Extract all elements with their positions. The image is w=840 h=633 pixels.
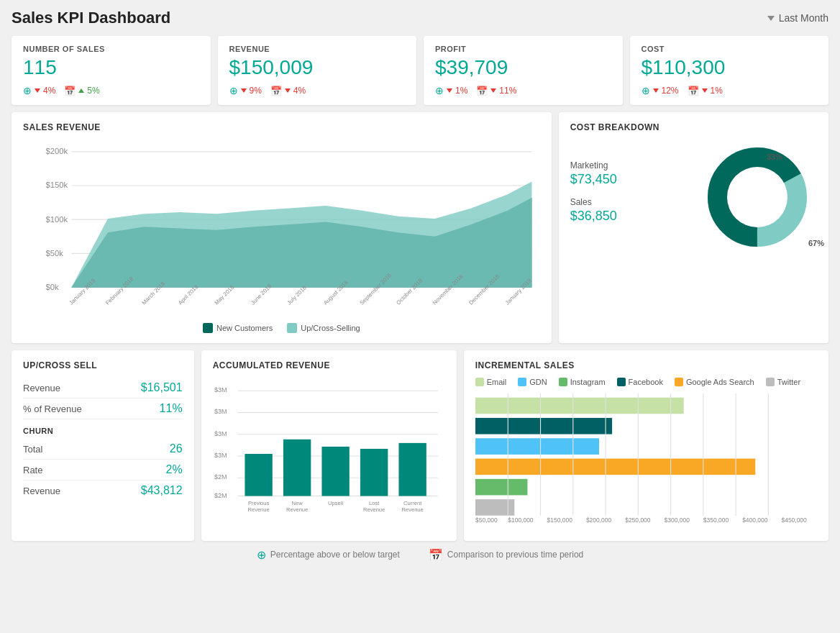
metric1-val-profit: 1% xyxy=(455,86,467,96)
calendar-icon: 📅 xyxy=(429,548,443,562)
svg-text:$3M: $3M xyxy=(214,386,227,393)
legend-new-customers-color xyxy=(203,323,213,333)
incremental-sales-title: INCREMENTAL SALES xyxy=(475,360,817,370)
main-row: SALES REVENUE $200k $150k $100k $50k $0k xyxy=(12,112,828,343)
svg-text:$3M: $3M xyxy=(214,452,227,459)
sales-revenue-card: SALES REVENUE $200k $150k $100k $50k $0k xyxy=(12,112,552,343)
metric1-val-revenue: 9% xyxy=(250,86,262,96)
metric2-val-number-of-sales: 5% xyxy=(87,86,99,96)
target-icon-cost: ⊕ xyxy=(642,85,650,96)
kpi-card-number-of-sales: NUMBER OF SALES 115 ⊕ 4% 📅 5% xyxy=(12,36,211,105)
cost-marketing-value: $73,450 xyxy=(570,172,690,187)
target-icon: ⊕ xyxy=(257,548,266,562)
accumulated-revenue-card: ACCUMULATED REVENUE $3M $3M $3M $3M $2M … xyxy=(201,350,457,541)
churn-rate-label: Rate xyxy=(23,465,42,475)
kpi-label-profit: PROFIT xyxy=(435,45,611,53)
metric1-arrow-revenue xyxy=(241,88,247,93)
cal-icon-profit: 📅 xyxy=(476,86,488,96)
legend-twitter: Twitter xyxy=(766,378,800,386)
upcross-title: UP/CROSS SELL xyxy=(23,360,183,370)
legend-new-customers-label: New Customers xyxy=(216,324,273,332)
cal-icon-number-of-sales: 📅 xyxy=(64,86,76,96)
svg-text:Revenue: Revenue xyxy=(363,506,385,513)
svg-text:Previous: Previous xyxy=(248,500,270,506)
page-header: Sales KPI Dashboard Last Month xyxy=(12,9,828,27)
upcross-pct-label: % of Revenue xyxy=(23,404,82,414)
svg-text:$3M: $3M xyxy=(214,409,227,416)
kpi-metric2-cost: 📅 1% xyxy=(688,85,723,96)
legend-facebook-label: Facebook xyxy=(629,378,663,386)
svg-text:Upsell: Upsell xyxy=(328,500,343,506)
cost-breakdown-title: COST BREAKDOWN xyxy=(570,122,817,132)
filter-dropdown-icon xyxy=(767,16,775,21)
legend-google-ads: Google Ads Search xyxy=(675,378,754,386)
incremental-sales-legend: Email GDN Instagram Facebook Google Ads … xyxy=(475,378,817,386)
legend-email-color xyxy=(475,378,484,386)
svg-text:$300,000: $300,000 xyxy=(664,516,690,524)
sales-revenue-title: SALES REVENUE xyxy=(23,122,540,132)
svg-marker-11 xyxy=(71,181,531,287)
churn-rate-row: Rate 2% xyxy=(23,460,183,481)
churn-revenue-val: $43,812 xyxy=(141,484,183,497)
svg-rect-40 xyxy=(245,454,272,496)
metric2-val-revenue: 4% xyxy=(293,86,306,96)
legend-gdn-color xyxy=(518,378,526,386)
legend-facebook-color xyxy=(617,378,626,386)
cost-sales: Sales $36,850 xyxy=(570,197,690,224)
svg-text:$50,000: $50,000 xyxy=(475,516,498,524)
kpi-value-revenue: $150,009 xyxy=(229,56,406,79)
metric2-arrow-revenue xyxy=(285,88,291,93)
upcross-card: UP/CROSS SELL Revenue $16,501 % of Reven… xyxy=(12,350,194,541)
churn-title: CHURN xyxy=(23,427,183,435)
kpi-card-cost: COST $110,300 ⊕ 12% 📅 1% xyxy=(630,36,829,105)
svg-text:Revenue: Revenue xyxy=(401,506,423,513)
kpi-metrics-cost: ⊕ 12% 📅 1% xyxy=(642,85,818,96)
kpi-metrics-profit: ⊕ 1% 📅 11% xyxy=(435,85,611,96)
legend-google-ads-label: Google Ads Search xyxy=(686,378,754,386)
kpi-label-number-of-sales: NUMBER OF SALES xyxy=(23,45,199,53)
donut-label-67: 67% xyxy=(808,239,824,247)
metric2-arrow-profit xyxy=(490,88,496,93)
kpi-metric2-revenue: 📅 4% xyxy=(270,85,306,96)
kpi-label-cost: COST xyxy=(642,45,818,53)
churn-total-label: Total xyxy=(23,444,42,455)
metric2-val-profit: 11% xyxy=(499,86,516,96)
churn-revenue-label: Revenue xyxy=(23,486,60,496)
kpi-row: NUMBER OF SALES 115 ⊕ 4% 📅 5% REVENUE $1… xyxy=(12,36,828,105)
svg-rect-41 xyxy=(283,440,311,496)
filter-button[interactable]: Last Month xyxy=(767,12,828,24)
legend-upcross-color xyxy=(287,323,297,333)
svg-text:Lost: Lost xyxy=(369,500,380,506)
cal-icon-cost: 📅 xyxy=(688,86,699,96)
svg-text:$200k: $200k xyxy=(45,147,68,155)
svg-text:New: New xyxy=(291,500,303,506)
svg-text:$400,000: $400,000 xyxy=(742,516,768,524)
legend-new-customers: New Customers xyxy=(203,323,273,333)
svg-rect-57 xyxy=(475,459,755,475)
page-title: Sales KPI Dashboard xyxy=(12,9,170,27)
svg-text:Current: Current xyxy=(403,500,422,506)
legend-google-ads-color xyxy=(675,378,683,386)
svg-rect-42 xyxy=(321,447,349,496)
legend-instagram-color xyxy=(559,378,567,386)
footer-calendar: 📅 Comparison to previous time period xyxy=(429,548,583,562)
legend-email: Email xyxy=(475,378,507,386)
svg-text:$450,000: $450,000 xyxy=(781,516,807,524)
svg-text:$3M: $3M xyxy=(214,430,227,437)
target-icon-profit: ⊕ xyxy=(435,85,444,96)
metric2-arrow-number-of-sales xyxy=(78,88,84,93)
kpi-metric1-number-of-sales: ⊕ 4% xyxy=(23,85,55,96)
legend-gdn: GDN xyxy=(518,378,547,386)
metric2-arrow-cost xyxy=(702,88,708,93)
metric1-arrow-cost xyxy=(653,88,659,93)
donut-label-33: 33% xyxy=(767,152,782,161)
svg-text:$150,000: $150,000 xyxy=(547,516,572,524)
legend-twitter-label: Twitter xyxy=(777,378,800,386)
upcross-revenue-row: Revenue $16,501 xyxy=(23,378,183,399)
donut-chart: 33% 67% xyxy=(697,140,817,255)
legend-instagram-label: Instagram xyxy=(570,378,606,386)
svg-rect-56 xyxy=(475,438,599,455)
donut-svg xyxy=(700,140,815,255)
svg-text:$2M: $2M xyxy=(214,473,227,481)
filter-label: Last Month xyxy=(779,12,828,24)
